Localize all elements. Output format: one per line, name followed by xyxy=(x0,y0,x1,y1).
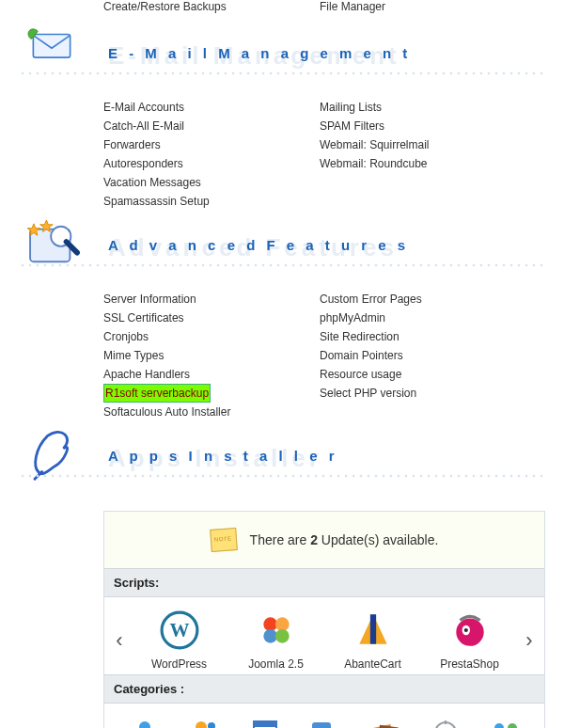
section-apps: Apps Installer A p p s I n s t a l l e r… xyxy=(19,431,545,728)
note-icon xyxy=(210,528,238,552)
link-autoresponders[interactable]: Autoresponders xyxy=(103,154,320,173)
script-label: Joomla 2.5 xyxy=(234,657,319,671)
script-icon xyxy=(353,610,393,650)
link-ssl-certificates[interactable]: SSL Certificates xyxy=(103,309,320,327)
categories-carousel: ‹ BlogsMicroBlogsPortals/CMSForumsImageG… xyxy=(104,704,544,728)
notice-count: 2 xyxy=(310,532,318,547)
svg-rect-0 xyxy=(33,35,70,58)
script-abantecart[interactable]: AbanteCart xyxy=(331,610,415,671)
link-e-mail-accounts[interactable]: E-Mail Accounts xyxy=(103,98,320,117)
apps-icon xyxy=(28,431,89,492)
link-select-php-version[interactable]: Select PHP version xyxy=(320,384,536,403)
link-forwarders[interactable]: Forwarders xyxy=(103,135,320,154)
link-spam-filters[interactable]: SPAM Filters xyxy=(320,117,536,135)
update-notice: There are 2 Update(s) available. xyxy=(104,512,544,568)
section-email: E-Mail Management E - M a i l M a n a g … xyxy=(19,28,545,211)
section-advanced: Advanced Features A d v a n c e d F e a … xyxy=(19,220,545,421)
link-mailing-lists[interactable]: Mailing Lists xyxy=(320,98,536,117)
svg-point-16 xyxy=(208,722,215,728)
link-r1soft-serverbackup[interactable]: R1soft serverbackup xyxy=(103,384,211,403)
svg-point-32 xyxy=(494,723,504,728)
notice-text-post: Update(s) available. xyxy=(318,532,438,547)
svg-rect-22 xyxy=(312,722,331,728)
scripts-next-arrow[interactable]: › xyxy=(518,628,540,653)
apps-installer-panel: There are 2 Update(s) available. Scripts… xyxy=(103,511,545,728)
svg-point-7 xyxy=(263,617,277,631)
link-catch-all-e-mail[interactable]: Catch-All E-Mail xyxy=(103,117,320,135)
script-label: WordPress xyxy=(137,657,222,671)
apps-title: A p p s I n s t a l l e r xyxy=(108,448,337,464)
category-icon xyxy=(490,717,522,728)
link-site-redirection[interactable]: Site Redirection xyxy=(320,327,536,346)
top-link-filemgr[interactable]: File Manager xyxy=(320,0,385,13)
email-title: E - M a i l M a n a g e m e n t xyxy=(108,45,411,61)
categories-heading: Categories : xyxy=(104,674,544,704)
svg-point-8 xyxy=(274,617,289,631)
script-icon: W xyxy=(160,610,199,650)
link-spamassassin-setup[interactable]: Spamassassin Setup xyxy=(103,192,320,211)
category-icon xyxy=(309,717,341,728)
advanced-links-right: Custom Error PagesphpMyAdminSite Redirec… xyxy=(320,290,536,421)
script-icon xyxy=(257,610,296,650)
svg-point-33 xyxy=(508,723,517,728)
script-icon xyxy=(450,610,490,650)
category-icon xyxy=(430,717,462,728)
category-icon xyxy=(189,717,221,728)
link-vacation-messages[interactable]: Vacation Messages xyxy=(103,173,320,192)
scripts-heading: Scripts: xyxy=(104,568,544,597)
svg-rect-18 xyxy=(254,721,276,727)
notice-text-pre: There are xyxy=(250,532,311,547)
scripts-prev-arrow[interactable]: ‹ xyxy=(108,628,131,653)
email-links-right: Mailing ListsSPAM FiltersWebmail: Squirr… xyxy=(320,98,536,211)
script-label: AbanteCart xyxy=(331,657,415,671)
email-icon xyxy=(28,28,89,89)
link-resource-usage[interactable]: Resource usage xyxy=(320,365,536,384)
script-joomla-2-5[interactable]: Joomla 2.5 xyxy=(234,610,319,671)
top-link-backups[interactable]: Create/Restore Backups xyxy=(103,0,227,13)
link-webmail-roundcube[interactable]: Webmail: Roundcube xyxy=(320,154,536,173)
svg-point-15 xyxy=(196,721,207,728)
category-forums[interactable]: Forums xyxy=(295,717,355,728)
link-domain-pointers[interactable]: Domain Pointers xyxy=(320,346,536,365)
advanced-links-left: Server InformationSSL CertificatesCronjo… xyxy=(103,290,320,421)
link-custom-error-pages[interactable]: Custom Error Pages xyxy=(320,290,536,309)
svg-text:W: W xyxy=(169,619,189,641)
link-server-information[interactable]: Server Information xyxy=(103,290,320,309)
category-icon xyxy=(129,717,161,728)
script-wordpress[interactable]: WWordPress xyxy=(137,610,222,671)
category-icon xyxy=(369,717,401,728)
scripts-carousel: ‹ WWordPressJoomla 2.5AbanteCartPrestaSh… xyxy=(104,597,544,674)
category-blogs[interactable]: Blogs xyxy=(115,717,175,728)
script-label: PrestaShop xyxy=(428,657,512,671)
category-portals-cms[interactable]: Portals/CMS xyxy=(235,717,295,728)
link-phpmyadmin[interactable]: phpMyAdmin xyxy=(320,309,536,327)
category-image-galleries[interactable]: ImageGalleries xyxy=(355,717,415,728)
advanced-title: A d v a n c e d F e a t u r e s xyxy=(108,237,409,253)
link-apache-handlers[interactable]: Apache Handlers xyxy=(103,365,320,384)
svg-point-9 xyxy=(263,629,277,643)
link-softaculous-auto-installer[interactable]: Softaculous Auto Installer xyxy=(103,403,320,421)
svg-point-13 xyxy=(463,628,467,632)
svg-point-10 xyxy=(274,629,289,643)
svg-point-11 xyxy=(456,618,483,645)
email-links-left: E-Mail AccountsCatch-All E-MailForwarder… xyxy=(103,98,320,211)
category-social-networks[interactable]: SocialNetworks xyxy=(476,717,536,728)
category-micro-blogs[interactable]: MicroBlogs xyxy=(175,717,235,728)
link-cronjobs[interactable]: Cronjobs xyxy=(103,327,320,346)
link-webmail-squirrelmail[interactable]: Webmail: Squirrelmail xyxy=(320,135,536,154)
link-mime-types[interactable]: Mime Types xyxy=(103,346,320,365)
advanced-icon xyxy=(28,220,89,281)
category-wikis[interactable]: Wikis xyxy=(415,717,476,728)
svg-point-14 xyxy=(139,721,150,728)
category-icon xyxy=(249,717,281,728)
script-prestashop[interactable]: PrestaShop xyxy=(428,610,512,671)
